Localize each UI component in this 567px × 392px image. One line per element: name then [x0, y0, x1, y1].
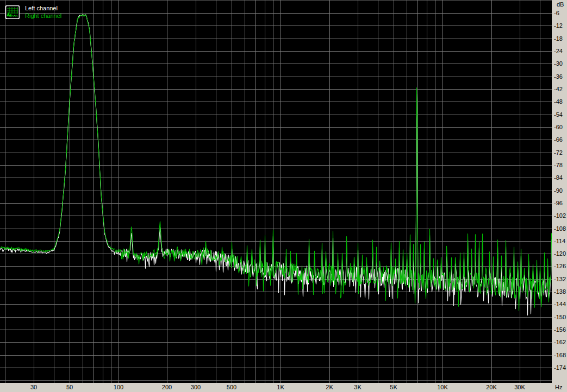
y-unit-label: dB — [557, 1, 564, 8]
spectrum-icon — [5, 5, 20, 19]
y-tick-label: -30 — [554, 60, 563, 67]
y-tick-label: -174 — [554, 364, 566, 371]
y-tick-label: -18 — [554, 35, 563, 42]
grid — [0, 0, 552, 383]
legend-item-right-channel: Right channel — [25, 12, 61, 20]
x-tick-label: 1K — [270, 384, 291, 390]
y-tick-label: -144 — [554, 301, 566, 307]
spectrum-plot — [0, 0, 552, 383]
x-tick-label: 20K — [481, 384, 502, 390]
y-tick-label: -156 — [554, 326, 566, 333]
y-tick-label: -102 — [554, 212, 566, 219]
y-tick-label: -66 — [554, 136, 563, 143]
y-tick-label: -12 — [554, 22, 563, 29]
y-tick-label: -6 — [554, 10, 559, 16]
y-tick-label: -150 — [554, 314, 566, 320]
legend-item-left-channel: Left channel — [25, 4, 61, 12]
y-tick-label: -114 — [554, 238, 565, 244]
y-tick-label: -54 — [554, 111, 563, 118]
y-tick-label: -72 — [554, 149, 563, 156]
y-tick-label: -48 — [554, 98, 563, 105]
y-tick-label: -78 — [554, 162, 563, 168]
y-tick-label: -36 — [554, 73, 563, 80]
y-tick-label: -126 — [554, 263, 566, 269]
y-tick-label: -90 — [554, 187, 563, 194]
x-tick-label: 5K — [383, 384, 404, 390]
y-tick-label: -84 — [554, 174, 563, 181]
legend: Left channel Right channel — [5, 4, 61, 20]
x-tick-label: 500 — [221, 384, 242, 390]
y-tick-label: -162 — [554, 339, 566, 345]
spectrum-analyzer-window: dB Hz Left channel Right channel 3050100… — [0, 0, 567, 392]
y-tick-label: -138 — [554, 288, 566, 295]
y-tick-label: -96 — [554, 200, 563, 206]
x-tick-label: 200 — [156, 384, 178, 390]
x-unit-label: Hz — [555, 384, 562, 390]
x-tick-label: 30 — [23, 384, 45, 390]
y-tick-label: -120 — [554, 250, 566, 257]
y-tick-label: -132 — [554, 276, 566, 282]
x-tick-label: 3K — [347, 384, 369, 390]
y-tick-label: -42 — [554, 86, 563, 92]
y-tick-label: -60 — [554, 124, 563, 130]
x-tick-label: 100 — [108, 384, 129, 390]
y-axis-panel: dB Hz — [552, 0, 567, 392]
y-tick-label: -24 — [554, 48, 563, 54]
x-tick-label: 300 — [185, 384, 207, 390]
y-tick-label: -168 — [554, 352, 566, 358]
x-tick-label: 2K — [319, 384, 340, 390]
x-tick-label: 30K — [509, 384, 531, 390]
x-tick-label: 10K — [432, 384, 453, 390]
y-tick-label: -108 — [554, 225, 566, 232]
x-tick-label: 50 — [59, 384, 80, 390]
